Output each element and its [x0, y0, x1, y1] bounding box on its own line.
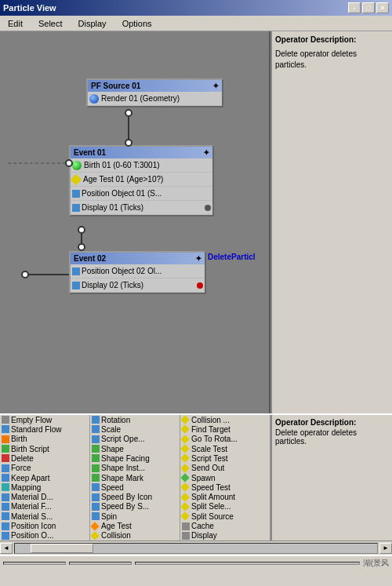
op-item-position-icon[interactable]: Position Icon: [0, 521, 89, 530]
op-item-speed[interactable]: Speed: [90, 482, 180, 492]
op-item-standard-flow[interactable]: Standard Flow: [0, 424, 89, 434]
op-item-material-s---[interactable]: Material S...: [0, 511, 89, 521]
op-item-send-out[interactable]: Send Out: [180, 464, 270, 473]
scroll-right-button[interactable]: ►: [379, 543, 392, 554]
op-item-material-f---[interactable]: Material F...: [0, 502, 89, 511]
op-item-material-d---[interactable]: Material D...: [0, 493, 89, 502]
scrollbar-track[interactable]: [14, 543, 378, 554]
maximize-button[interactable]: □: [362, 2, 375, 13]
op-item-empty-flow[interactable]: Empty Flow: [0, 415, 89, 424]
connector-event02-in: [78, 243, 85, 251]
op-item-collision----[interactable]: Collision ...: [180, 415, 270, 424]
close-button[interactable]: ×: [376, 2, 389, 13]
description-title: Operator Description:: [275, 35, 389, 45]
event01-row-3-text: Display 01 (Ticks): [82, 203, 143, 212]
op-item-split-sele---[interactable]: Split Sele...: [180, 502, 270, 511]
op-item-collision[interactable]: Collision: [90, 531, 180, 541]
op-item-shape-mark[interactable]: Shape Mark: [90, 473, 180, 482]
event02-row-1: Display 02 (Ticks): [71, 278, 205, 293]
event02-row-1-text: Display 02 (Ticks): [82, 281, 143, 289]
minimize-button[interactable]: -: [348, 2, 361, 13]
menu-select[interactable]: Select: [34, 17, 67, 30]
sq-blue-icon-3: [72, 268, 80, 275]
event01-row-1: Age Test 01 (Age>10?): [71, 173, 212, 187]
scrollbar-thumb[interactable]: [31, 544, 93, 553]
op-item-shape-facing[interactable]: Shape Facing: [90, 453, 180, 463]
status-item-3: [135, 562, 360, 565]
event01-row-3: Display 01 (Ticks): [71, 201, 212, 215]
op-item-cache[interactable]: Cache: [180, 521, 270, 530]
op-item-split-source[interactable]: Split Source: [180, 511, 270, 521]
yellow-diamond-icon: [71, 173, 82, 184]
op-item-go-to-rota---[interactable]: Go To Rota...: [180, 435, 270, 444]
op-item-script-test[interactable]: Script Test: [180, 453, 270, 463]
op-item-speed-by-icon[interactable]: Speed By Icon: [90, 493, 180, 502]
pf-source-title-text: PF Source 01: [91, 82, 140, 90]
event02-title-text: Event 02: [74, 254, 106, 263]
green-circle-icon: [72, 161, 82, 170]
menu-edit[interactable]: Edit: [3, 17, 27, 30]
op-item-keep-apart[interactable]: Keep Apart: [0, 473, 89, 482]
op-item-script-ope---[interactable]: Script Ope...: [90, 435, 180, 444]
op-item-scale[interactable]: Scale: [90, 424, 180, 434]
event02-label-blue: DeleteParticl: [208, 253, 256, 261]
status-bar: 湖(景风: [0, 555, 392, 570]
op-item-scale-test[interactable]: Scale Test: [180, 444, 270, 453]
node-event01: Event 01 ✦ Birth 01 (0-60 T:3001) Age Te…: [69, 145, 214, 217]
sq-blue-icon-1: [72, 190, 80, 198]
op-item-spin[interactable]: Spin: [90, 511, 180, 521]
scrollbar: ◄ ►: [0, 541, 392, 555]
event02-row-0-text: Position Object 02 Ol...: [82, 267, 162, 275]
pf-source-row-0-text: Render 01 (Geometry): [101, 94, 180, 103]
op-item-display[interactable]: Display: [180, 531, 270, 541]
main-content: PF Source 01 ✦ Render 01 (Geometry) Even…: [0, 31, 392, 413]
menu-display[interactable]: Display: [74, 17, 111, 30]
event01-row-1-text: Age Test 01 (Age>10?): [83, 175, 163, 184]
op-description-col: Operator Description: Delete operator de…: [270, 415, 392, 541]
connector-pf-source-out: [125, 109, 132, 117]
op-item-find-target[interactable]: Find Target: [180, 424, 270, 434]
sq-blue-icon-4: [72, 282, 80, 289]
operator-grid: Empty FlowStandard FlowBirthBirth Script…: [0, 415, 392, 541]
node-pf-source-title: PF Source 01 ✦: [88, 80, 222, 92]
op-item-position-o---[interactable]: Position O...: [0, 531, 89, 541]
pf-source-icon: ✦: [212, 82, 219, 90]
op-item-speed-by-s---[interactable]: Speed By S...: [90, 502, 180, 511]
menu-options[interactable]: Options: [118, 17, 157, 30]
op-item-delete[interactable]: Delete: [0, 453, 89, 463]
title-bar: Particle View - □ ×: [0, 0, 392, 16]
op-item-rotation[interactable]: Rotation: [90, 415, 180, 424]
node-event01-title: Event 01 ✦: [71, 147, 212, 158]
dot-gray: [205, 205, 211, 211]
status-watermark: 湖(景风: [363, 558, 389, 569]
operator-col-1: Empty FlowStandard FlowBirthBirth Script…: [0, 415, 90, 541]
node-pf-source: PF Source 01 ✦ Render 01 (Geometry): [86, 78, 223, 107]
connector-event01-in: [125, 139, 132, 147]
event01-icon: ✦: [203, 148, 209, 157]
op-item-force[interactable]: Force: [0, 464, 89, 473]
window-title: Particle View: [3, 3, 56, 13]
op-desc-text: Delete operator deletes particles.: [275, 428, 389, 446]
op-item-speed-test[interactable]: Speed Test: [180, 482, 270, 492]
op-item-birth[interactable]: Birth: [0, 435, 89, 444]
op-item-split-amount[interactable]: Split Amount: [180, 493, 270, 502]
op-item-shape[interactable]: Shape: [90, 444, 180, 453]
event01-row-2: Position Object 01 (S...: [71, 187, 212, 201]
description-text: Delete operator deletes particles.: [275, 49, 389, 71]
node-event02-title: Event 02 ✦ DeleteParticl: [71, 253, 205, 264]
op-item-mapping[interactable]: Mapping: [0, 482, 89, 492]
event01-title-text: Event 01: [74, 148, 106, 157]
op-item-age-test[interactable]: Age Test: [90, 521, 180, 530]
event01-row-0: Birth 01 (0-60 T:3001): [71, 158, 212, 173]
connector-event02-left: [21, 271, 29, 278]
status-item-2: [69, 562, 132, 565]
connector-event01-left: [65, 159, 73, 167]
op-item-shape-inst---[interactable]: Shape Inst...: [90, 464, 180, 473]
event02-row-0: Position Object 02 Ol...: [71, 264, 205, 278]
op-item-birth-script[interactable]: Birth Script: [0, 444, 89, 453]
event02-icon: ✦: [195, 254, 201, 263]
status-item-1: [3, 562, 66, 565]
op-item-spawn[interactable]: Spawn: [180, 473, 270, 482]
scroll-left-button[interactable]: ◄: [0, 543, 13, 554]
menu-bar: Edit Select Display Options: [0, 16, 392, 31]
